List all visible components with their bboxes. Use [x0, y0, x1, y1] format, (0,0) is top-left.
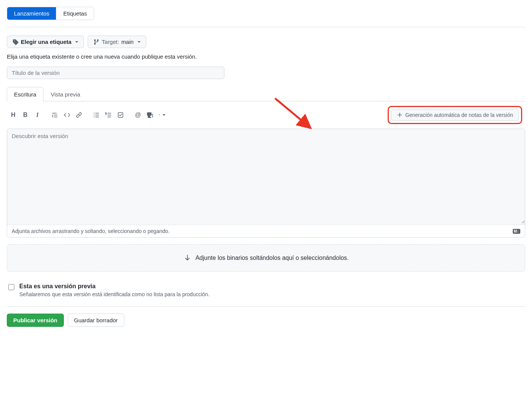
target-branch-button[interactable]: Target: main	[88, 36, 146, 48]
tasklist-icon[interactable]	[117, 112, 124, 118]
release-description-textarea[interactable]	[7, 129, 525, 224]
bold-icon[interactable]: B	[22, 112, 29, 118]
target-branch-name: main	[121, 39, 134, 45]
unordered-list-icon[interactable]	[93, 112, 100, 118]
autogen-highlight-box: Generación automática de notas de la ver…	[388, 106, 522, 124]
heading-icon[interactable]: H	[10, 112, 17, 118]
reply-icon[interactable]	[159, 112, 165, 118]
tab-preview[interactable]: Vista previa	[43, 87, 87, 101]
top-nav: Lanzamientos Etiquetas	[7, 7, 94, 20]
quote-icon[interactable]	[51, 112, 58, 118]
markdown-badge-icon[interactable]: M↓	[513, 229, 520, 234]
caret-down-icon	[138, 41, 141, 43]
prerelease-desc: Señalaremos que esta versión está identi…	[19, 291, 210, 297]
editor-toolbar: H B I @ Generación automática de notas d…	[7, 101, 525, 129]
prerelease-checkbox[interactable]	[8, 284, 14, 290]
description-area: Adjunta archivos arrastrando y soltando,…	[7, 129, 525, 238]
tab-releases[interactable]: Lanzamientos	[7, 7, 56, 20]
plus-icon	[397, 112, 403, 118]
release-title-input[interactable]	[7, 67, 224, 79]
target-label: Target:	[102, 39, 119, 45]
autogen-notes-button[interactable]: Generación automática de notas de la ver…	[391, 109, 519, 121]
autogen-notes-label: Generación automática de notas de la ver…	[405, 112, 513, 118]
tab-write[interactable]: Escritura	[7, 87, 43, 101]
ordered-list-icon[interactable]	[105, 112, 112, 118]
code-icon[interactable]	[63, 112, 70, 118]
prerelease-label: Esta es una versión previa	[19, 283, 210, 290]
link-icon[interactable]	[76, 112, 82, 118]
binaries-drop-label: Adjunte los binarios soltándolos aquí o …	[195, 255, 349, 261]
tag-help-text: Elija una etiqueta existente o cree una …	[7, 53, 525, 60]
save-draft-button[interactable]: Guardar borrador	[68, 314, 124, 327]
reference-icon[interactable]	[147, 112, 153, 118]
divider	[7, 27, 525, 27]
binaries-dropzone[interactable]: Adjunte los binarios soltándolos aquí o …	[7, 244, 525, 272]
choose-tag-button[interactable]: Elegir una etiqueta	[7, 36, 84, 48]
divider	[7, 306, 525, 307]
tab-tags[interactable]: Etiquetas	[56, 7, 94, 20]
choose-tag-label: Elegir una etiqueta	[21, 39, 71, 45]
tag-icon	[12, 39, 19, 45]
mention-icon[interactable]: @	[135, 112, 141, 118]
caret-down-icon	[75, 41, 78, 43]
attach-hint[interactable]: Adjunta archivos arrastrando y soltando,…	[12, 228, 170, 234]
italic-icon[interactable]: I	[34, 112, 41, 118]
download-arrow-icon	[183, 254, 192, 262]
editor-tabs: Escritura Vista previa	[7, 87, 525, 101]
publish-release-button[interactable]: Publicar versión	[7, 314, 64, 327]
branch-icon	[93, 39, 99, 45]
